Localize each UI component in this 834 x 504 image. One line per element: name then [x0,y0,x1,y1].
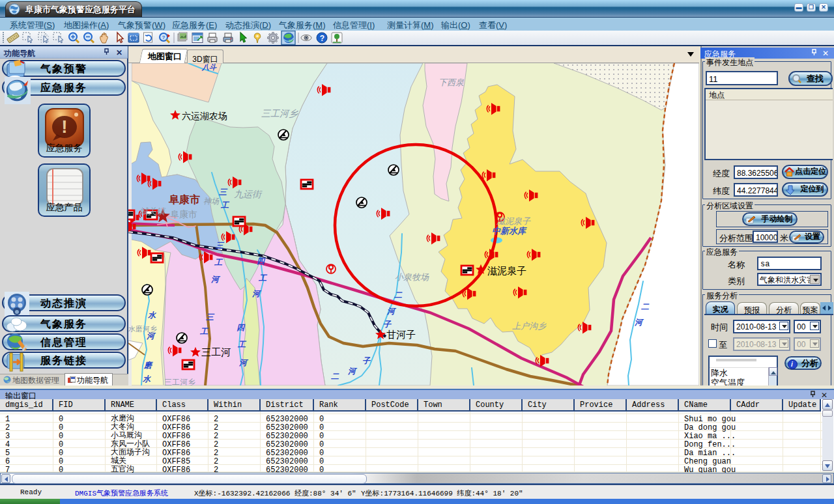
svg-text:四: 四 [237,323,246,332]
svg-text:?: ? [162,35,165,40]
svg-text:城关镇: 城关镇 [139,206,166,216]
svg-text:小泉牧场: 小泉牧场 [395,272,429,282]
svg-text:工: 工 [199,327,209,336]
svg-text:上户沟乡: 上户沟乡 [512,321,547,331]
svg-text:四: 四 [257,257,266,266]
svg-text:水: 水 [142,374,151,384]
svg-text:水: 水 [147,311,156,320]
svg-text:子: 子 [383,320,392,329]
svg-text:二: 二 [394,290,403,300]
svg-text:三工河乡: 三工河乡 [261,108,298,119]
svg-text:中新水库: 中新水库 [492,226,527,236]
svg-text:二: 二 [330,372,339,381]
svg-text:神场: 神场 [203,197,220,206]
svg-text:三工河: 三工河 [201,346,231,357]
svg-text:二: 二 [640,302,650,311]
svg-text:甘河子: 甘河子 [386,329,416,340]
svg-text:三: 三 [205,313,215,322]
svg-text:六运湖农场: 六运湖农场 [182,111,227,121]
svg-text:滋泥泉子: 滋泥泉子 [496,216,531,226]
svg-text:工: 工 [258,273,268,283]
svg-text:工: 工 [214,258,223,267]
svg-text:三工河乡: 三工河乡 [164,378,195,385]
svg-text:下西泉: 下西泉 [439,77,464,87]
svg-text:子: 子 [362,356,371,365]
svg-text:?: ? [320,34,324,43]
svg-text:工: 工 [237,340,247,349]
svg-text:三: 三 [218,188,228,197]
svg-text:阜康市: 阜康市 [170,209,197,219]
svg-text:i: i [791,361,793,368]
svg-text:工: 工 [220,201,230,210]
svg-text:!: ! [61,117,67,137]
svg-text:滋泥泉子: 滋泥泉子 [487,265,526,276]
svg-text:磨: 磨 [143,361,153,370]
svg-text:八斗: 八斗 [201,63,217,72]
svg-text:九运街: 九运街 [234,189,263,199]
svg-text:三: 三 [215,241,225,250]
svg-text:阜康市: 阜康市 [168,193,200,205]
